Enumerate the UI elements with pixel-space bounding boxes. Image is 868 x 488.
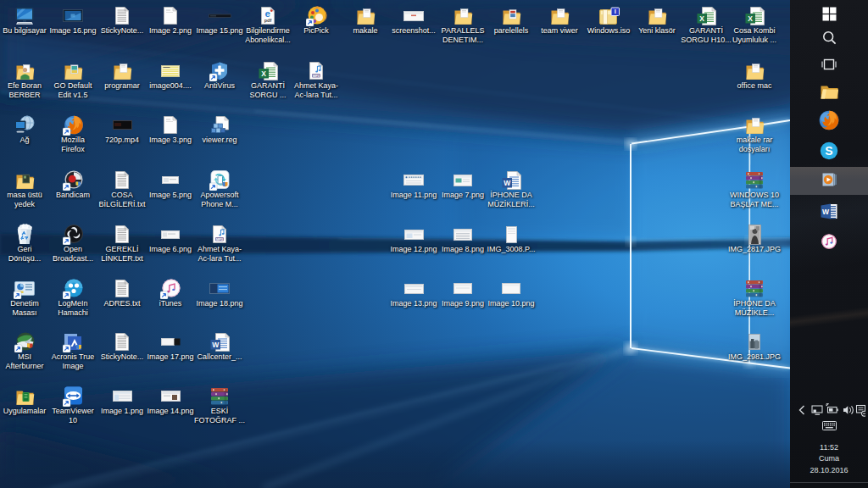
svg-text:W: W (822, 208, 830, 216)
svg-text:pdf: pdf (264, 18, 272, 23)
svg-text:MP3: MP3 (216, 238, 223, 241)
svg-text:X: X (699, 14, 704, 23)
svg-text:X: X (748, 14, 753, 23)
svg-text:S: S (825, 144, 832, 158)
svg-text:X: X (261, 69, 266, 78)
svg-text:W: W (504, 179, 511, 187)
svg-text:I: I (614, 8, 615, 15)
svg-text:MP3: MP3 (313, 75, 320, 78)
svg-text:W: W (212, 341, 220, 349)
